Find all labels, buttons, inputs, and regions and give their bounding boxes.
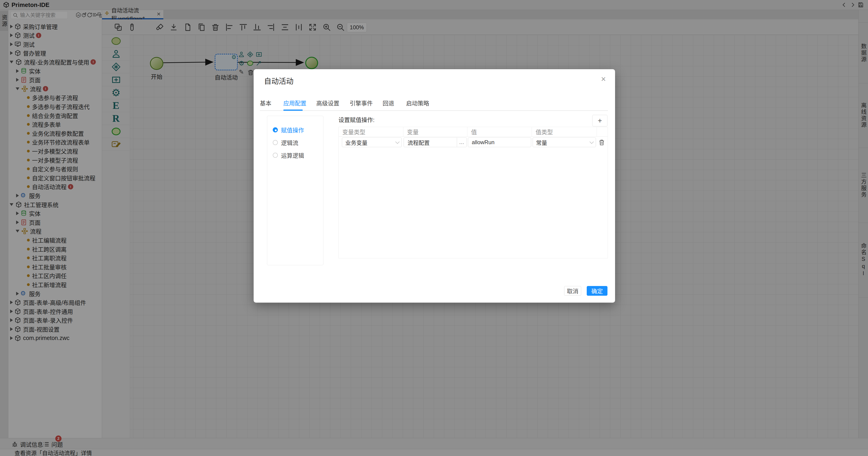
delete-row-icon[interactable]: [598, 139, 605, 146]
dialog-tab-启动策略[interactable]: 启动策略: [406, 99, 429, 107]
col-actions: [597, 127, 608, 136]
operation-type-panel: 赋值操作逻辑流运算逻辑: [267, 116, 323, 265]
variable-picker-button[interactable]: ...: [457, 138, 467, 147]
ok-button[interactable]: 确定: [587, 286, 608, 296]
col-value: 值: [467, 127, 532, 136]
option-运算逻辑[interactable]: 运算逻辑: [273, 151, 304, 160]
table-header-row: 变量类型 变量 值 值类型: [339, 127, 608, 137]
option-label: 逻辑流: [281, 138, 298, 147]
dialog-tab-引擎事件[interactable]: 引擎事件: [350, 99, 373, 107]
radio-icon[interactable]: [273, 140, 278, 145]
dialog-tab-应用配置[interactable]: 应用配置: [283, 99, 306, 107]
chevron-down-icon: [395, 140, 399, 144]
dialog-tab-回退[interactable]: 回退: [383, 99, 394, 107]
value-input[interactable]: [468, 138, 531, 147]
var-type-select[interactable]: 业务变量: [342, 138, 402, 147]
tab-divider: [260, 110, 608, 111]
value-type-value: 常量: [536, 138, 547, 146]
value-input-field[interactable]: [471, 139, 528, 146]
dialog-tab-高级设置[interactable]: 高级设置: [316, 99, 339, 107]
variable-input-field[interactable]: [407, 139, 454, 146]
option-赋值操作[interactable]: 赋值操作: [273, 126, 304, 134]
add-row-button[interactable]: +: [592, 115, 608, 126]
variable-input[interactable]: [404, 138, 457, 147]
application-window: Primeton-IDE 资源 AIEn文 采购订单管理测试!测试督办管理流程-…: [0, 0, 868, 456]
dialog-close-icon[interactable]: ×: [601, 74, 606, 84]
radio-selected-icon[interactable]: [273, 127, 278, 133]
dialog-title: 自动活动: [264, 75, 293, 86]
active-tab-underline: [283, 110, 303, 111]
value-type-select[interactable]: 常量: [533, 138, 596, 147]
radio-icon[interactable]: [273, 153, 278, 158]
option-逻辑流[interactable]: 逻辑流: [273, 138, 298, 147]
cancel-button[interactable]: 取消: [564, 286, 581, 296]
var-type-value: 业务变量: [345, 138, 367, 146]
col-var-type: 变量类型: [339, 127, 403, 136]
chevron-down-icon: [589, 140, 594, 144]
col-variable: 变量: [403, 127, 467, 136]
assignment-section-label: 设置赋值操作:: [338, 115, 375, 124]
col-value-type: 值类型: [532, 127, 597, 136]
option-label: 赋值操作: [281, 126, 304, 134]
dialog-tab-基本[interactable]: 基本: [260, 99, 271, 107]
option-label: 运算逻辑: [281, 151, 304, 160]
auto-activity-dialog: 自动活动 × 基本应用配置高级设置引擎事件回退启动策略 赋值操作逻辑流运算逻辑 …: [254, 69, 615, 303]
